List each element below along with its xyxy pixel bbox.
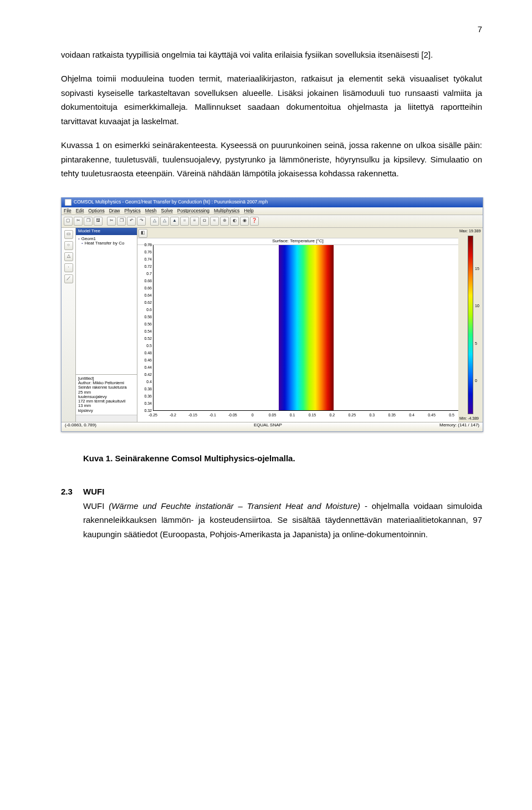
toolbar-btn[interactable]: ↶ [127,217,136,226]
palette-btn[interactable]: ▭ [64,230,73,239]
toolbar-btn[interactable]: ❒ [84,217,93,226]
palette-btn[interactable]: ／ [64,274,73,283]
model-tree-panel: Model Tree Geom1 Heat Transfer by Co [un… [76,228,137,422]
page-number: 7 [61,22,482,37]
toolbar-btn[interactable]: 🖫 [94,217,103,226]
temperature-field [279,245,334,410]
menu-physics[interactable]: Physics [125,208,141,213]
y-tick: 0.58 [144,315,152,319]
para-4: WUFI (Wärme und Feuchte instationär – Tr… [83,499,482,542]
menu-draw[interactable]: Draw [109,208,120,213]
menu-options[interactable]: Options [88,208,104,213]
y-tick: 0.34 [144,401,152,406]
para-3: Kuvassa 1 on esimerkki seinärakenteesta.… [61,138,482,181]
menu-mesh[interactable]: Mesh [145,208,157,213]
plot-toolbar-btn[interactable]: ◧ [139,229,147,238]
toolbar-btn[interactable]: Ω [200,217,209,226]
x-axis: -0.25-0.2-0.15-0.1-0.0500.050.10.150.20.… [153,413,452,420]
y-tick: 0.62 [144,300,152,305]
para4-prefix: WUFI [83,501,109,511]
plot-title: Surface: Temperature [°C] [137,238,458,245]
colorbar-tick: 0 [475,379,477,383]
status-coords: (-0.0863, 0.789) [65,423,96,431]
menu-bar[interactable]: File Edit Options Draw Physics Mesh Solv… [62,207,483,215]
toolbar-btn[interactable]: ✂ [74,217,83,226]
colorbar: 151050 [468,236,473,415]
y-tick: 0.52 [144,337,152,341]
max-value: Max: 19.389 [459,229,482,233]
toolbar-btn[interactable]: ▢ [64,217,73,226]
tree-item[interactable]: Heat Transfer by Co [81,241,135,246]
model-info-box: [untitled] Author: Mikko Peltoniemi Sein… [76,374,137,415]
colorbar-tick: 15 [475,267,479,271]
y-tick: 0.56 [144,322,152,327]
palette-btn[interactable]: ○ [64,241,73,250]
section-title: WUFI [83,485,482,499]
y-tick: 0.76 [144,250,152,254]
y-tick: 0.5 [146,344,152,348]
y-tick: 0.64 [144,293,152,298]
y-tick: 0.38 [144,387,152,391]
menu-multiphysics[interactable]: Multiphysics [214,208,239,213]
toolbar-btn[interactable]: ≡ [190,217,199,226]
y-tick: 0.54 [144,329,152,334]
x-tick: 0.35 [388,413,396,417]
x-tick: 0.15 [309,413,316,417]
menu-solve[interactable]: Solve [161,208,173,213]
palette-btn[interactable]: △ [64,252,73,261]
menu-file[interactable]: File [64,208,71,213]
toolbar-btn[interactable]: ✂ [107,217,116,226]
para-1: voidaan ratkaista tyypillisiä ongelmia t… [61,48,482,62]
comsol-screenshot: COMSOL Multiphysics - Geom1/Heat Transfe… [61,197,483,432]
toolbar-btn[interactable]: ▲ [170,217,179,226]
colorbar-tick: 10 [475,304,479,308]
x-tick: -0.05 [228,413,237,417]
model-tree-header: Model Tree [76,228,137,235]
toolbar-btn[interactable]: ⊕ [220,217,229,226]
x-tick: 0.2 [330,413,335,417]
x-tick: 0 [252,413,254,417]
toolbar-btn[interactable]: ◉ [240,217,249,226]
x-tick: 0.1 [290,413,295,417]
x-tick: 0.25 [349,413,356,417]
menu-edit[interactable]: Edit [76,208,84,213]
menu-postprocessing[interactable]: Postprocessing [177,208,209,213]
min-value: Min: -4.389 [459,416,482,421]
x-tick: -0.15 [188,413,197,417]
toolbar-btn[interactable]: ≈ [210,217,219,226]
x-tick: -0.1 [209,413,216,417]
scrollbar-horizontal[interactable] [76,415,137,422]
app-icon [65,199,71,206]
y-tick: 0.32 [144,409,152,413]
toolbar-btn[interactable]: △ [160,217,169,226]
y-tick: 0.46 [144,358,152,363]
main-toolbar: ▢ ✂ ❒ 🖫 ✂ ❐ ↶ ↷ △ △ ▲ = ≡ Ω ≈ ⊕ ◐ ◉ ❓ [62,215,483,228]
y-tick: 0.72 [144,264,152,269]
y-tick: 0.68 [144,279,152,283]
para4-italic: (Wärme und Feuchte instationär – Transie… [109,501,360,511]
y-tick: 0.7 [146,272,152,276]
toolbar-btn[interactable]: = [180,217,189,226]
y-axis: 0.780.760.740.720.70.680.660.640.620.60.… [137,245,154,411]
x-tick: 0.05 [269,413,277,417]
y-tick: 0.6 [146,308,152,312]
toolbar-btn[interactable]: ↷ [137,217,146,226]
plot-area: ◧ Surface: Temperature [°C] 0.780.760.74… [137,228,458,422]
y-tick: 0.4 [146,380,152,384]
x-tick: 0.4 [409,413,415,417]
section-number: 2.3 [61,485,83,499]
toolbar-btn[interactable]: ◐ [230,217,239,226]
y-tick: 0.44 [144,365,152,370]
figure-caption: Kuva 1. Seinärakenne Comsol Multiphysics… [83,451,482,466]
toolbar-btn[interactable]: ❐ [117,217,126,226]
menu-help[interactable]: Help [244,208,253,213]
x-tick: -0.2 [170,413,176,417]
palette-btn[interactable]: · [64,263,73,272]
y-tick: 0.78 [144,243,152,247]
window-title: COMSOL Multiphysics - Geom1/Heat Transfe… [74,200,268,205]
left-tool-palette: ▭ ○ △ · ／ [62,228,76,422]
toolbar-btn[interactable]: ❓ [250,217,259,226]
y-tick: 0.36 [144,394,152,399]
toolbar-btn[interactable]: △ [150,217,159,226]
y-tick: 0.66 [144,286,152,291]
